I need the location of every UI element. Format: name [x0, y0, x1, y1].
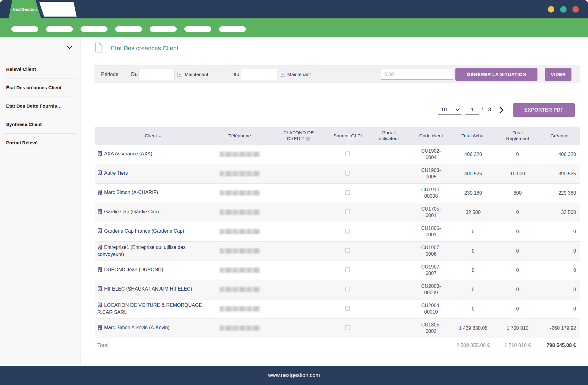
total-reglement-cell: 0 [496, 241, 539, 261]
client-name: Autre Tiers [104, 170, 128, 176]
code-client-value: CU1805-0002 [419, 322, 444, 335]
client-cell[interactable]: HIFELEC (SHAUKAT ANJUM HIFELEC) [95, 280, 211, 299]
main-nav-bar [0, 18, 588, 37]
source-glpi-checkbox[interactable] [345, 171, 350, 176]
sidebar-item-etat-creances-client[interactable]: État Des créances Client [4, 78, 76, 97]
code-client-value: CU2004-00010 [419, 303, 444, 315]
creance-cell: 0 [539, 299, 580, 318]
phone-cell [211, 261, 268, 280]
nav-item-placeholder[interactable] [115, 26, 142, 32]
phone-redacted [220, 152, 260, 157]
col-header-source-glpi[interactable]: Source_GLPI [329, 127, 366, 145]
total-achat-cell: 0 [450, 280, 496, 299]
page-size-select[interactable]: 10 [438, 105, 462, 115]
creance-cell: 0 [539, 280, 580, 299]
client-cell[interactable]: Entreprise1 (Entreprise qui utilise des … [95, 241, 211, 261]
page-size-value: 10 [441, 107, 447, 113]
info-icon[interactable] [306, 136, 310, 141]
receivables-table: Client▲ Téléphone PLAFOND DE CREDIT Sour… [95, 127, 580, 353]
plafond-credit-cell [268, 280, 329, 299]
client-cell[interactable]: Marc Simon A-kevin (A-Kevin) [95, 318, 211, 338]
total-achat-cell: 0 [450, 299, 496, 318]
current-page-input[interactable] [466, 105, 479, 115]
close-dot[interactable] [572, 6, 579, 13]
date-from-input[interactable] [138, 69, 175, 80]
source-glpi-checkbox[interactable] [345, 267, 350, 272]
building-icon [97, 325, 102, 332]
sidebar-item-synthese-client[interactable]: Synthèse Client [4, 115, 76, 134]
client-cell[interactable]: Garderie Cap France (Garderie Cap) [95, 222, 211, 241]
code-client-value: CU1910-00008 [419, 187, 444, 200]
generate-situation-button[interactable]: GÉNÉRER LA SITUATION [455, 68, 537, 81]
table-row: DUPOND Jean (DUPOND) CU1907-0007 0 0 0 [95, 261, 580, 280]
window-controls [548, 6, 579, 13]
calendar-icon[interactable] [177, 72, 182, 78]
phone-redacted [220, 326, 260, 331]
nav-item-placeholder[interactable] [11, 26, 38, 32]
sort-asc-icon: ▲ [158, 135, 161, 138]
sidebar-item-releve-client[interactable]: Relevé Client [4, 60, 76, 78]
client-cell[interactable]: AXA Assurance (AXA) [95, 145, 211, 164]
nav-item-placeholder[interactable] [81, 26, 107, 32]
building-icon [97, 245, 102, 251]
plafond-credit-cell [268, 261, 329, 280]
total-achat-cell: 0 [450, 222, 496, 241]
brand-tab[interactable]: NextGestion [9, 0, 41, 18]
table-row: Autre Tiers CU1903-0005 400 525 10 000 3… [95, 164, 580, 183]
col-header-plafond-credit[interactable]: PLAFOND DE CREDIT [268, 127, 329, 145]
clear-button[interactable]: VIDER [545, 68, 571, 81]
nav-item-placeholder[interactable] [46, 26, 73, 32]
portail-utilisateur-cell [366, 145, 412, 164]
col-header-total-achat[interactable]: Total Achat [450, 127, 496, 145]
nav-item-placeholder[interactable] [184, 26, 211, 32]
source-glpi-cell [329, 261, 366, 280]
phone-cell [211, 241, 268, 261]
source-glpi-checkbox[interactable] [345, 229, 350, 234]
total-creance-value: 798 545.08 € [539, 338, 580, 353]
source-glpi-checkbox[interactable] [345, 325, 350, 330]
building-icon [97, 228, 102, 235]
calendar-icon[interactable] [280, 72, 285, 78]
source-glpi-checkbox[interactable] [345, 190, 350, 195]
client-cell[interactable]: Autre Tiers [95, 164, 211, 183]
amount-input[interactable] [381, 69, 453, 80]
date-from-now-link[interactable]: Maintenant [185, 65, 208, 83]
source-glpi-checkbox[interactable] [345, 306, 350, 311]
nav-item-placeholder[interactable] [219, 26, 246, 32]
client-cell[interactable]: Gardie Cap (Gardie Cap) [95, 203, 211, 222]
client-cell[interactable]: Marc Simon (A-CHARIF) [95, 183, 211, 203]
total-reglement-cell: 0 [496, 203, 539, 222]
source-glpi-checkbox[interactable] [345, 151, 350, 156]
sidebar-item-portail-releve[interactable]: Portail Relevé [4, 134, 76, 152]
table-row: LOCATION DE VOITURE & REMORQUAGE R.CAR S… [95, 299, 580, 318]
next-page-button[interactable] [497, 105, 506, 115]
client-cell[interactable]: LOCATION DE VOITURE & REMORQUAGE R.CAR S… [95, 299, 211, 318]
sidebar-report-select[interactable] [4, 37, 76, 55]
col-header-creance[interactable]: Créance [539, 127, 580, 145]
col-header-client[interactable]: Client▲ [95, 127, 211, 145]
col-header-code-client[interactable]: Code client [412, 127, 450, 145]
source-glpi-checkbox[interactable] [345, 248, 350, 253]
phone-redacted [220, 210, 260, 215]
client-name: Entreprise1 (Entreprise qui utilise des … [97, 245, 186, 257]
date-to-label: au [234, 65, 239, 83]
client-cell[interactable]: DUPOND Jean (DUPOND) [95, 261, 211, 280]
export-pdf-button[interactable]: EXPORTER PDF [513, 103, 575, 117]
col-header-portail-utilisateur[interactable]: Portail utilisateur [366, 127, 412, 145]
source-glpi-checkbox[interactable] [345, 287, 350, 292]
date-to-now-link[interactable]: Maintenant [287, 65, 311, 83]
client-name: AXA Assurance (AXA) [104, 151, 152, 156]
nav-item-placeholder[interactable] [150, 26, 177, 32]
col-header-total-reglement[interactable]: Total Réglement [496, 127, 539, 145]
code-client-value: CU1705-0001 [419, 206, 444, 219]
sidebar-item-etat-dette-fournisseur[interactable]: État Des Dette Fournis… [4, 97, 76, 115]
creance-cell: 0 [539, 261, 580, 280]
client-name: HIFELEC (SHAUKAT ANJUM HIFELEC) [104, 286, 192, 292]
maximize-dot[interactable] [560, 6, 567, 13]
col-header-telephone[interactable]: Téléphone [211, 127, 268, 145]
code-client-cell: CU1805-0002 [412, 318, 450, 338]
secondary-tab-placeholder[interactable] [39, 2, 77, 17]
source-glpi-checkbox[interactable] [345, 209, 350, 214]
minimize-dot[interactable] [548, 6, 554, 13]
date-to-input[interactable] [241, 69, 277, 80]
